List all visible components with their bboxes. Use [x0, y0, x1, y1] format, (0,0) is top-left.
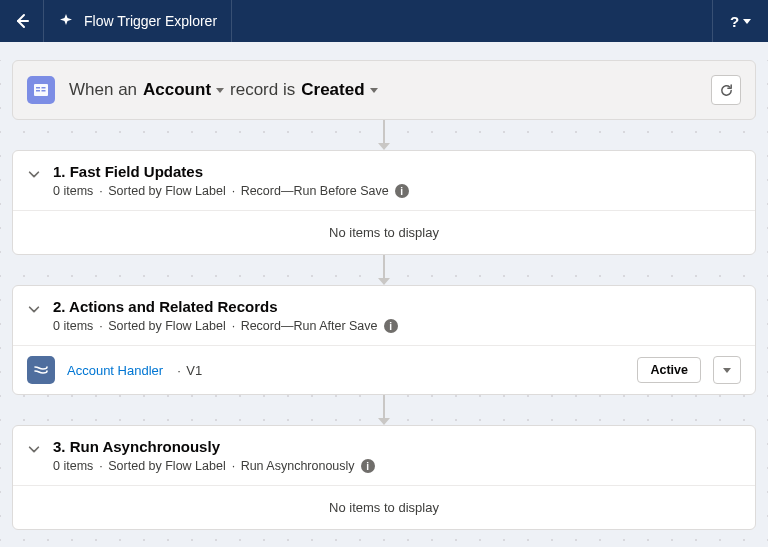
flow-arrow [12, 120, 756, 150]
chevron-down-icon [27, 442, 41, 456]
info-icon[interactable]: i [395, 184, 409, 198]
status-badge: Active [637, 357, 701, 383]
refresh-button[interactable] [711, 75, 741, 105]
section-toggle[interactable] [27, 163, 41, 181]
section-run-asynchronously: 3. Run Asynchronously 0 items Sorted by … [12, 425, 756, 530]
chevron-down-icon [370, 88, 378, 93]
flow-type-icon [33, 362, 49, 378]
empty-message: No items to display [13, 210, 755, 254]
row-actions-menu[interactable] [713, 356, 741, 384]
flow-row: Account Handler V1 Active [13, 345, 755, 394]
chevron-down-icon [27, 302, 41, 316]
chevron-down-icon [216, 88, 224, 93]
app-title-wrap: Flow Trigger Explorer [44, 0, 232, 42]
back-button[interactable] [0, 0, 44, 42]
flow-version: V1 [175, 363, 202, 378]
record-icon [33, 82, 49, 98]
info-icon[interactable]: i [384, 319, 398, 333]
arrow-left-icon [14, 13, 30, 29]
section-actions-related-records: 2. Actions and Related Records 0 items S… [12, 285, 756, 395]
svg-rect-2 [36, 90, 40, 92]
chevron-down-icon [743, 19, 751, 24]
svg-rect-3 [42, 87, 46, 89]
sort-label: Sorted by Flow Label [97, 319, 225, 333]
help-menu[interactable]: ? [712, 0, 768, 42]
flow-icon [27, 356, 55, 384]
section-type: Record—Run After Save [230, 319, 378, 333]
empty-message: No items to display [13, 485, 755, 529]
trigger-selector[interactable]: Created [301, 80, 377, 100]
sparkle-icon [58, 13, 74, 29]
section-title: 1. Fast Field Updates [53, 163, 409, 180]
filter-middle: record is [230, 80, 295, 100]
info-icon[interactable]: i [361, 459, 375, 473]
svg-rect-1 [36, 87, 40, 89]
object-icon [27, 76, 55, 104]
chevron-down-icon [723, 368, 731, 373]
filter-prefix: When an [69, 80, 137, 100]
section-title: 3. Run Asynchronously [53, 438, 375, 455]
sort-label: Sorted by Flow Label [97, 459, 225, 473]
section-type: Record—Run Before Save [230, 184, 389, 198]
flow-arrow [12, 395, 756, 425]
chevron-down-icon [27, 167, 41, 181]
section-title: 2. Actions and Related Records [53, 298, 398, 315]
section-toggle[interactable] [27, 298, 41, 316]
top-bar: Flow Trigger Explorer ? [0, 0, 768, 42]
items-count: 0 items [53, 319, 93, 333]
flow-name-link[interactable]: Account Handler [67, 363, 163, 378]
section-fast-field-updates: 1. Fast Field Updates 0 items Sorted by … [12, 150, 756, 255]
page-title: Flow Trigger Explorer [84, 13, 217, 29]
section-toggle[interactable] [27, 438, 41, 456]
section-type: Run Asynchronously [230, 459, 355, 473]
sort-label: Sorted by Flow Label [97, 184, 225, 198]
items-count: 0 items [53, 459, 93, 473]
flow-arrow [12, 255, 756, 285]
trigger-label: Created [301, 80, 364, 100]
refresh-icon [719, 83, 734, 98]
items-count: 0 items [53, 184, 93, 198]
filter-sentence: When an Account record is Created [69, 80, 378, 100]
svg-rect-4 [42, 90, 46, 92]
help-icon: ? [730, 13, 739, 30]
object-label: Account [143, 80, 211, 100]
object-selector[interactable]: Account [143, 80, 224, 100]
filter-bar: When an Account record is Created [12, 60, 756, 120]
